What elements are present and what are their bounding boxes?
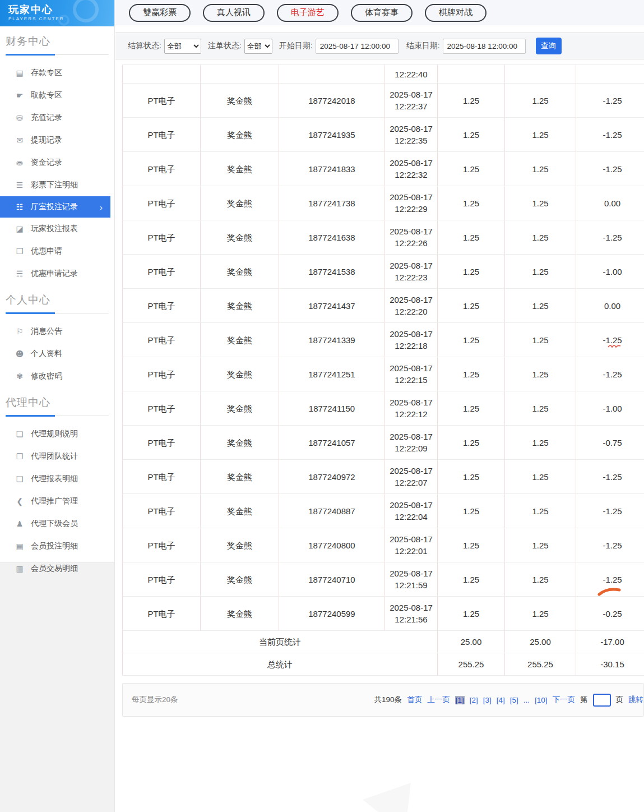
cell-game: 奖金熊: [201, 391, 279, 426]
cell-result: -0.75: [576, 426, 644, 460]
cell-result: -1.25: [576, 84, 644, 118]
page-number-link[interactable]: [2]: [470, 696, 478, 704]
cell-game: 奖金熊: [201, 84, 279, 118]
cell-bet-amount: 1.25: [438, 597, 505, 631]
sidebar-item-team-stats[interactable]: ❐ 代理团队统计: [0, 445, 114, 468]
tab-雙赢彩票[interactable]: 雙赢彩票: [129, 4, 191, 22]
start-date-label: 开始日期:: [279, 41, 313, 51]
cell-provider: PT电子: [123, 323, 201, 357]
cell-time: 12:22:40: [385, 65, 438, 84]
sidebar-item-deposit[interactable]: ▤ 存款专区: [0, 62, 114, 84]
cell-provider: PT电子: [123, 152, 201, 186]
end-date-input[interactable]: [443, 39, 526, 54]
cell-bet-amount: 1.25: [438, 494, 505, 528]
sidebar-item-gear[interactable]: ✾ 修改密码: [0, 365, 114, 387]
gear-icon: ✾: [15, 372, 25, 381]
sidebar-item-promo-apply[interactable]: ❒ 优惠申请: [0, 240, 114, 262]
sidebar-footer-area: [0, 563, 115, 812]
sidebar-item-withdraw[interactable]: ☛ 取款专区: [0, 84, 114, 107]
total-stats-valid: 255.25: [505, 653, 576, 676]
sidebar-section-header: 代理中心: [0, 387, 114, 410]
page-number-link[interactable]: [10]: [535, 696, 548, 704]
promo-apply-icon: ❒: [15, 247, 25, 256]
total-count: 共190条: [374, 695, 402, 705]
cell-bet-id: 1877240972: [279, 460, 385, 494]
query-button[interactable]: 查询: [536, 38, 562, 54]
page-number-link[interactable]: [4]: [497, 696, 505, 704]
sidebar-item-label: 代理规则说明: [0, 429, 78, 439]
sidebar-item-label: 彩票下注明细: [0, 180, 78, 190]
cell-game: 奖金熊: [201, 460, 279, 494]
first-page-link[interactable]: 首页: [407, 695, 422, 705]
cell-game: 奖金熊: [201, 323, 279, 357]
cell-bet-id: 1877241935: [279, 118, 385, 152]
sidebar-item-people[interactable]: ♟ 代理下级会员: [0, 513, 114, 535]
tab-真人视讯[interactable]: 真人视讯: [203, 4, 265, 22]
sidebar-item-document[interactable]: ❏ 代理规则说明: [0, 423, 114, 445]
cell-datetime: 2025-08-1712:22:12: [385, 391, 438, 426]
hall-bet-record-icon: ☷: [15, 202, 25, 211]
cell-provider: PT电子: [123, 494, 201, 528]
table-row: PT电子 奖金熊 1877241437 2025-08-1712:22:20 1…: [123, 289, 644, 323]
sidebar-item-withdrawal-record[interactable]: ✉ 提现记录: [0, 129, 114, 151]
sidebar-item-member-trans-detail[interactable]: ▥ 会员交易明细: [0, 557, 114, 580]
sidebar-item-hall-bet-record[interactable]: ☷ 厅室投注记录 ›: [0, 196, 110, 218]
page-number-link[interactable]: ...: [523, 696, 530, 704]
tab-棋牌对战[interactable]: 棋牌对战: [425, 4, 487, 22]
share-icon: ❮: [15, 497, 25, 506]
sidebar-item-share[interactable]: ❮ 代理推广管理: [0, 490, 114, 513]
cell-provider: PT电子: [123, 597, 201, 631]
sidebar-item-bell[interactable]: ⚐ 消息公告: [0, 320, 114, 343]
pagination-bar: 每页显示20条 共190条 首页 上一页 [1] [2] [3] [4] [5]…: [122, 683, 644, 717]
table-row: PT电子 奖金熊 1877240800 2025-08-1712:22:01 1…: [123, 528, 644, 562]
sidebar-item-report-detail[interactable]: ❑ 代理报表明细: [0, 468, 114, 490]
cell-game: 奖金熊: [201, 426, 279, 460]
person-icon: ☻: [15, 349, 25, 358]
cell-datetime: 2025-08-1712:22:26: [385, 220, 438, 255]
sidebar-item-label: 优惠申请: [0, 246, 62, 256]
cell-bet-id: 1877241833: [279, 152, 385, 186]
page-number-current[interactable]: [1]: [455, 696, 465, 704]
next-page-link[interactable]: 下一页: [553, 695, 576, 705]
page-stats-row: 当前页统计 25.00 25.00 -17.00: [123, 631, 644, 653]
sidebar-item-label: 个人资料: [0, 349, 62, 359]
cell-result: -1.25: [576, 118, 644, 152]
tab-体育赛事[interactable]: 体育赛事: [351, 4, 413, 22]
sidebar-item-player-bet-report[interactable]: ◪ 玩家投注报表: [0, 218, 114, 240]
page-number-link[interactable]: [5]: [510, 696, 518, 704]
sidebar-item-person[interactable]: ☻ 个人资料: [0, 343, 114, 365]
jump-go-link[interactable]: 跳转: [628, 695, 643, 705]
prev-page-link[interactable]: 上一页: [427, 695, 450, 705]
tab-电子游艺[interactable]: 电子游艺: [277, 4, 339, 22]
settle-status-select[interactable]: 全部: [164, 39, 201, 54]
page-number-link[interactable]: [3]: [483, 696, 492, 704]
cell-datetime: 2025-08-1712:22:09: [385, 426, 438, 460]
member-bet-detail-icon: ▤: [15, 542, 25, 551]
sidebar-item-funds-record[interactable]: ⛂ 资金记录: [0, 151, 114, 174]
cell-bet-id: 1877240800: [279, 528, 385, 562]
table-row: PT电子 奖金熊 1877242018 2025-08-1712:22:37 1…: [123, 84, 644, 118]
jump-prefix-label: 第: [580, 695, 588, 705]
sidebar-item-label: 代理团队统计: [0, 451, 78, 462]
watermark-triangle: [356, 781, 418, 812]
page-stats-bet: 25.00: [438, 631, 505, 653]
cell-datetime: 2025-08-1712:22:32: [385, 152, 438, 186]
cell-game: 奖金熊: [201, 220, 279, 255]
cell-bet-id: 1877242018: [279, 84, 385, 118]
sidebar-item-recharge-record[interactable]: ⛁ 充值记录: [0, 107, 114, 129]
start-date-input[interactable]: [316, 39, 399, 54]
document-icon: ❏: [15, 430, 25, 439]
sidebar-item-member-bet-detail[interactable]: ▤ 会员投注明细: [0, 535, 114, 557]
cell-bet-amount: 1.25: [438, 528, 505, 562]
cell-provider: PT电子: [123, 118, 201, 152]
cell-bet-amount: 1.25: [438, 323, 505, 357]
page-jump-input[interactable]: [593, 694, 611, 707]
sidebar-item-lottery-bet-detail[interactable]: ☰ 彩票下注明细: [0, 174, 114, 196]
cell-result: -0.25: [576, 597, 644, 631]
bet-status-select[interactable]: 全部: [244, 39, 272, 54]
sidebar-item-promo-apply-record[interactable]: ☴ 优惠申请记录: [0, 262, 114, 285]
cell-result: -1.00: [576, 391, 644, 426]
cell-result: -1.25: [576, 357, 644, 391]
cell-provider: PT电子: [123, 289, 201, 323]
cell-valid-amount: 1.25: [505, 118, 576, 152]
